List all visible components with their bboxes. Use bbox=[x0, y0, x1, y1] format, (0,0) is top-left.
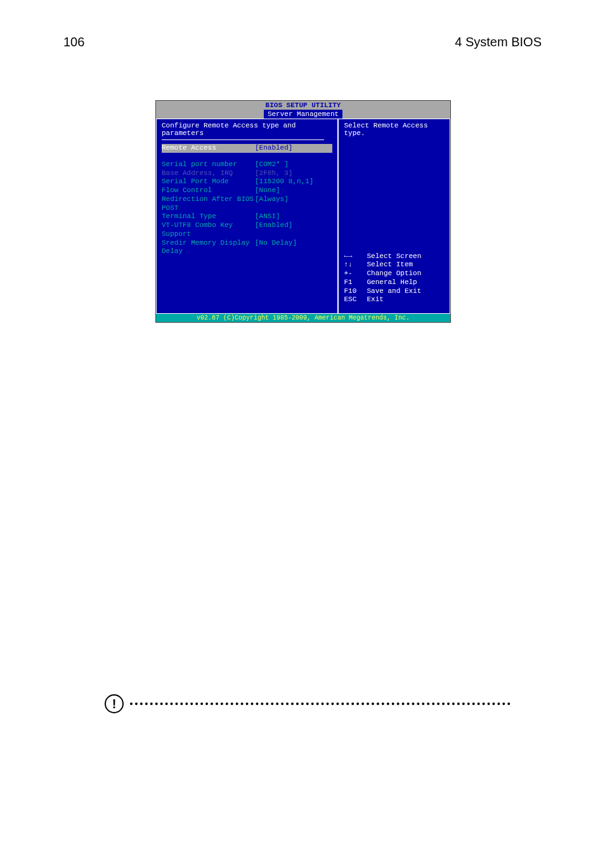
spacer bbox=[162, 256, 332, 307]
bios-left-pane: Configure Remote Access type and paramet… bbox=[156, 119, 338, 314]
key-desc: Exit bbox=[367, 295, 383, 304]
row-flow-control[interactable]: Flow Control [None] bbox=[162, 186, 332, 195]
bios-subtitle: Configure Remote Access type and paramet… bbox=[162, 122, 332, 137]
key-desc: Save and Exit bbox=[367, 287, 421, 296]
alert-row: ! bbox=[105, 694, 511, 713]
key-exit: ESC Exit bbox=[344, 295, 445, 304]
bios-footer: v02.67 (C)Copyright 1985-2009, American … bbox=[156, 314, 450, 322]
row-vtutf8[interactable]: VT-UTF8 Combo Key Support [Enabled] bbox=[162, 221, 332, 239]
tab-server-management[interactable]: Server Management bbox=[264, 110, 342, 119]
key-change-option: +- Change Option bbox=[344, 269, 445, 278]
value-base-address: [2F8h, 3] bbox=[255, 169, 333, 178]
row-redirection[interactable]: Redirection After BIOS POST [Always] bbox=[162, 195, 332, 213]
key-save-exit: F10 Save and Exit bbox=[344, 287, 445, 296]
value-terminal-type: [ANSI] bbox=[255, 212, 333, 221]
value-remote-access: [Enabled] bbox=[255, 144, 333, 153]
value-redirection: [Always] bbox=[255, 195, 333, 213]
divider bbox=[162, 139, 324, 140]
label-flow-control: Flow Control bbox=[162, 186, 255, 195]
key-f1: F1 bbox=[344, 278, 367, 287]
row-terminal-type[interactable]: Terminal Type [ANSI] bbox=[162, 212, 332, 221]
label-serial-port-mode: Serial Port Mode bbox=[162, 178, 255, 186]
value-serial-port-mode: [115200 8,n,1] bbox=[255, 178, 333, 186]
bios-window: BIOS SETUP UTILITY Server Management Con… bbox=[155, 100, 451, 323]
key-desc: General Help bbox=[367, 278, 417, 287]
page-section: 4 System BIOS bbox=[455, 35, 542, 49]
exclamation-icon: ! bbox=[105, 694, 124, 713]
key-legend: ←→ Select Screen ↑↓ Select Item +- Chang… bbox=[344, 221, 445, 311]
key-select-screen: ←→ Select Screen bbox=[344, 252, 445, 261]
help-text-2: type. bbox=[344, 129, 445, 137]
key-arrows-ud-icon: ↑↓ bbox=[344, 261, 367, 269]
key-plusminus-icon: +- bbox=[344, 269, 367, 278]
label-redirection: Redirection After BIOS POST bbox=[162, 195, 255, 213]
label-serial-port-number: Serial port number bbox=[162, 160, 255, 169]
value-sredir: [No Delay] bbox=[255, 239, 333, 257]
label-terminal-type: Terminal Type bbox=[162, 212, 255, 221]
row-base-address: Base Address, IRQ [2F8h, 3] bbox=[162, 169, 332, 178]
value-vtutf8: [Enabled] bbox=[255, 221, 333, 239]
key-general-help: F1 General Help bbox=[344, 278, 445, 287]
row-sredir[interactable]: Sredir Memory Display Delay [No Delay] bbox=[162, 239, 332, 257]
key-select-item: ↑↓ Select Item bbox=[344, 261, 445, 269]
bios-title: BIOS SETUP UTILITY bbox=[156, 101, 450, 110]
key-desc: Change Option bbox=[367, 269, 421, 278]
value-flow-control: [None] bbox=[255, 186, 333, 195]
row-serial-port-mode[interactable]: Serial Port Mode [115200 8,n,1] bbox=[162, 178, 332, 186]
spacer bbox=[344, 304, 445, 311]
value-serial-port-number: [COM2* ] bbox=[255, 160, 333, 169]
page-number: 106 bbox=[63, 35, 84, 49]
key-arrows-lr-icon: ←→ bbox=[344, 252, 367, 261]
bios-right-pane: Select Remote Access type. ←→ Select Scr… bbox=[338, 119, 450, 314]
dotted-line bbox=[130, 703, 511, 705]
row-serial-port-number[interactable]: Serial port number [COM2* ] bbox=[162, 160, 332, 169]
key-desc: Select Screen bbox=[367, 252, 421, 261]
key-esc: ESC bbox=[344, 295, 367, 304]
bios-tab-row: Server Management bbox=[156, 110, 450, 119]
label-sredir: Sredir Memory Display Delay bbox=[162, 239, 255, 257]
bios-body: Configure Remote Access type and paramet… bbox=[156, 119, 450, 314]
label-vtutf8: VT-UTF8 Combo Key Support bbox=[162, 221, 255, 239]
key-f10: F10 bbox=[344, 287, 367, 296]
row-remote-access[interactable]: Remote Access [Enabled] bbox=[162, 144, 332, 153]
help-text: Select Remote Access bbox=[344, 122, 445, 129]
spacer bbox=[162, 153, 332, 160]
label-remote-access: Remote Access bbox=[162, 144, 255, 153]
key-desc: Select Item bbox=[367, 261, 413, 269]
label-base-address: Base Address, IRQ bbox=[162, 169, 255, 178]
